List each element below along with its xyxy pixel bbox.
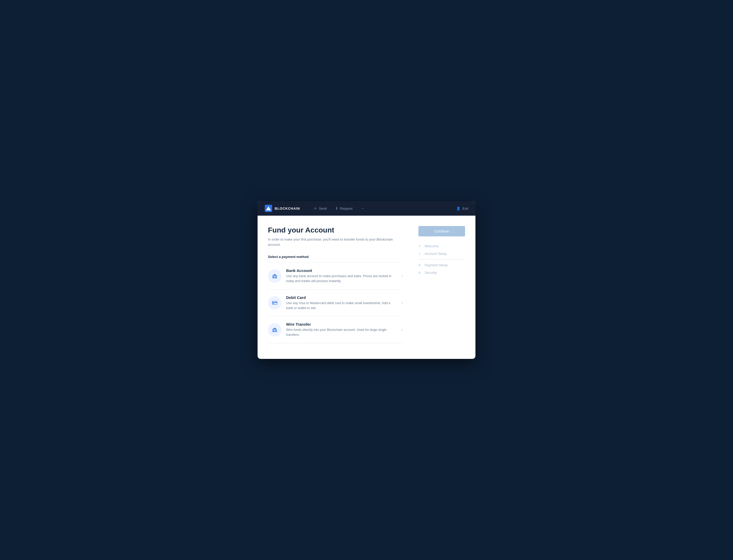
bank-icon-wrap <box>268 269 282 283</box>
wire-option-title: Wire Transfer <box>286 322 397 326</box>
step-payment-setup: 3. Payment Setup <box>418 262 465 269</box>
swap-icon: ↔ <box>361 206 365 210</box>
app-window: BLOCKCHAIN ✈ Send ⬇ Request ↔ 👤 Exit <box>258 201 475 359</box>
svg-rect-7 <box>276 276 277 278</box>
debit-icon-wrap <box>268 296 282 310</box>
steps-list: ✓ Welcome ✓ Account Setup 3. Payment Set… <box>418 243 465 276</box>
right-panel: Continue ✓ Welcome ✓ Account Setup 3. Pa… <box>418 226 465 343</box>
bank-icon <box>272 273 278 279</box>
debit-arrow-icon: › <box>401 301 403 305</box>
svg-point-19 <box>275 328 275 329</box>
nav-send[interactable]: ✈ Send <box>310 204 330 213</box>
wire-option-desc: Wire funds directly into your Blockchain… <box>286 327 395 337</box>
debit-option-desc: Use any Visa or Mastercard debit card to… <box>286 301 395 311</box>
main-content: Fund your Account In order to make your … <box>258 216 475 359</box>
svg-rect-2 <box>267 209 270 210</box>
payment-option-debit[interactable]: Debit Card Use any Visa or Mastercard de… <box>268 290 403 317</box>
svg-rect-11 <box>272 302 277 303</box>
svg-point-9 <box>275 275 275 275</box>
step-security: 4. Security <box>418 269 465 276</box>
exit-button[interactable]: 👤 Exit <box>456 207 468 210</box>
step-welcome: ✓ Welcome <box>418 243 465 250</box>
svg-rect-13 <box>272 331 277 332</box>
brand-name: BLOCKCHAIN <box>275 207 300 210</box>
svg-rect-3 <box>272 278 277 278</box>
page-subtitle: In order to make your first purchase, yo… <box>268 237 403 247</box>
step-account-setup: ✓ Account Setup <box>418 250 465 257</box>
svg-rect-6 <box>275 276 276 278</box>
outer-frame: BLOCKCHAIN ✈ Send ⬇ Request ↔ 👤 Exit <box>250 191 483 369</box>
nav-request[interactable]: ⬇ Request <box>332 204 356 213</box>
wire-option-text: Wire Transfer Wire funds directly into y… <box>286 322 397 337</box>
bank-option-desc: Use any bank account to make purchases a… <box>286 274 395 284</box>
payment-options-list: Bank Account Use any bank account to mak… <box>268 262 403 343</box>
brand: BLOCKCHAIN <box>265 205 300 212</box>
page-title: Fund your Account <box>268 226 403 234</box>
step-welcome-label: Welcome <box>424 244 438 248</box>
svg-rect-14 <box>273 330 273 331</box>
nav-items: ✈ Send ⬇ Request ↔ <box>310 204 456 213</box>
bank-arrow-icon: › <box>401 274 403 278</box>
continue-button[interactable]: Continue <box>418 226 465 236</box>
payment-option-bank[interactable]: Bank Account Use any bank account to mak… <box>268 263 403 290</box>
wire-icon-wrap <box>268 323 282 337</box>
debit-card-icon <box>272 300 278 306</box>
debit-option-text: Debit Card Use any Visa or Mastercard de… <box>286 295 397 311</box>
exit-label: Exit <box>462 207 468 210</box>
debit-option-title: Debit Card <box>286 295 397 300</box>
wire-arrow-icon: › <box>401 327 403 332</box>
svg-rect-16 <box>275 330 276 331</box>
user-icon: 👤 <box>456 207 460 210</box>
step-security-label: Security <box>424 271 437 275</box>
security-number: 4. <box>418 271 422 275</box>
send-icon: ✈ <box>314 206 317 210</box>
bank-option-title: Bank Account <box>286 268 397 273</box>
svg-rect-12 <box>273 303 275 304</box>
account-setup-check-icon: ✓ <box>418 252 422 256</box>
request-icon: ⬇ <box>335 206 338 210</box>
left-panel: Fund your Account In order to make your … <box>268 226 418 343</box>
svg-rect-17 <box>276 330 277 331</box>
wire-transfer-icon <box>272 327 278 333</box>
payment-option-wire[interactable]: Wire Transfer Wire funds directly into y… <box>268 316 403 343</box>
payment-setup-number: 3. <box>418 263 422 267</box>
section-label: Select a payment method <box>268 255 403 259</box>
bank-option-text: Bank Account Use any bank account to mak… <box>286 268 397 284</box>
navbar: BLOCKCHAIN ✈ Send ⬇ Request ↔ 👤 Exit <box>258 201 475 216</box>
nav-request-label: Request <box>340 207 353 210</box>
svg-rect-5 <box>274 276 274 278</box>
step-payment-setup-label: Payment Setup <box>424 263 448 267</box>
svg-rect-15 <box>274 330 274 331</box>
brand-logo-icon <box>265 205 272 212</box>
svg-rect-4 <box>273 276 273 278</box>
nav-swap[interactable]: ↔ <box>357 204 368 213</box>
nav-send-label: Send <box>319 207 327 210</box>
step-account-setup-label: Account Setup <box>424 252 447 256</box>
welcome-check-icon: ✓ <box>418 244 422 248</box>
